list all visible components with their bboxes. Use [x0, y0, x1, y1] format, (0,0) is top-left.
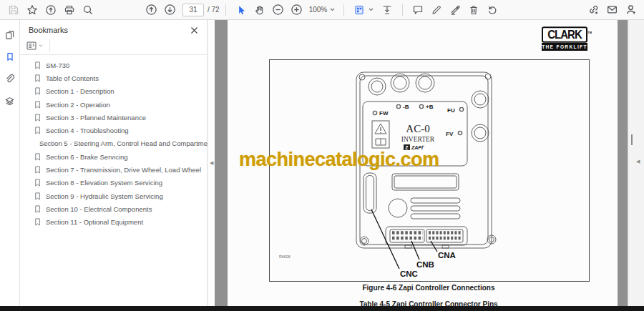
zoom-in-icon[interactable] — [288, 1, 306, 19]
page-count-label: / 72 — [208, 6, 220, 14]
terminal-fu-label: FU — [447, 107, 455, 114]
page-number-input[interactable] — [182, 4, 204, 16]
bookmark-icon — [34, 218, 41, 226]
connector-cna-label: CNA — [438, 251, 456, 260]
top-toolbar: / 72 100% — [0, 0, 644, 20]
toolbar-divider — [225, 4, 226, 16]
bookmark-item[interactable]: Section 10 - Electrical Components — [20, 202, 207, 215]
toolbar-account-group — [584, 1, 640, 19]
bookmark-item[interactable]: Section 3 - Planned Maintenance — [20, 111, 207, 124]
controller-model-label: AC-0 — [406, 123, 429, 134]
bookmarks-panel-icon[interactable] — [2, 49, 18, 64]
pdf-viewer-window: / 72 100% — [0, 0, 644, 311]
bookmarks-list: SM-730 Table of Contents Section 1 - Des… — [20, 59, 207, 229]
toolbar-annotate-group — [409, 1, 502, 19]
collapse-panel-icon[interactable]: ◀ — [210, 159, 215, 167]
zoom-out-icon[interactable] — [269, 1, 288, 19]
taskbar-edge — [0, 306, 644, 311]
bookmark-item[interactable]: Section 8 - Elevation System Servicing — [20, 177, 207, 189]
fit-width-icon[interactable] — [378, 1, 396, 19]
bookmark-item[interactable]: Section 1 - Description — [20, 85, 207, 98]
close-icon[interactable] — [190, 26, 198, 34]
bookmarks-options-row — [20, 37, 207, 55]
options-list-icon — [26, 41, 36, 50]
zapi-logo-reg: ® — [422, 144, 424, 148]
refresh-icon[interactable] — [483, 1, 502, 19]
bookmark-icon — [34, 205, 41, 213]
bookmark-item[interactable]: Section 11 - Optional Equipment — [20, 216, 207, 229]
clark-logo-box: CLARK TM — [542, 26, 587, 43]
toolbar-file-group — [4, 1, 97, 19]
sign-icon[interactable] — [446, 1, 464, 19]
pdf-page: CLARK TM THE FORKLIFT R6628 — [228, 20, 618, 311]
toolbar-divider — [343, 4, 344, 16]
bookmark-item[interactable]: Section 2 - Operation — [20, 98, 207, 111]
collapse-right-icon[interactable]: ◀ — [636, 159, 640, 164]
layers-icon[interactable] — [2, 94, 18, 108]
toolbar-nav-group: / 72 — [142, 1, 220, 19]
connector-cnb-label: CNB — [416, 260, 434, 269]
toolbar-divider — [402, 4, 403, 16]
bookmark-icon — [34, 192, 41, 200]
delete-icon[interactable] — [464, 1, 483, 19]
clark-brand: CLARK — [547, 28, 582, 41]
profile-icon[interactable] — [621, 1, 640, 19]
clark-logo: CLARK TM THE FORKLIFT — [542, 27, 587, 51]
clark-tagline: THE FORKLIFT — [542, 43, 587, 51]
figure-caption: Figure 4-6 Zapi Controller Connections — [269, 284, 588, 292]
toolbar-view-group — [350, 1, 396, 19]
vertical-scrollbar[interactable]: ◀ — [628, 20, 644, 311]
bookmark-item[interactable]: Section 6 - Brake Servicing — [20, 150, 207, 163]
next-page-icon[interactable] — [160, 1, 179, 19]
draw-icon[interactable] — [427, 1, 446, 19]
chevron-down-icon[interactable] — [369, 8, 374, 11]
main-body: Bookmarks SM-730 Table of Contents Secti… — [0, 20, 644, 311]
bookmark-item[interactable]: Table of Contents — [20, 71, 207, 84]
bookmark-icon — [34, 127, 41, 134]
bookmark-item[interactable]: Section 4 - Troubleshooting — [20, 124, 207, 137]
left-icon-rail — [0, 20, 20, 311]
zapi-controller-diagram: FW -B +B FU FV — [348, 64, 499, 278]
watermark-text: machinecatalogic.com — [239, 149, 439, 171]
bookmark-item[interactable]: Section 9 - Hydraulic System Servicing — [20, 189, 207, 202]
bookmark-icon — [34, 114, 41, 122]
bookmark-icon — [34, 179, 41, 187]
attachments-icon[interactable] — [2, 71, 18, 86]
bookmark-icon — [34, 61, 41, 69]
bookmark-icon — [34, 101, 41, 109]
panel-gutter: ◀ — [208, 20, 215, 311]
zoom-level-label: 100% — [309, 6, 328, 14]
bookmarks-header: Bookmarks — [20, 20, 207, 37]
chevron-down-icon — [39, 44, 43, 47]
hand-tool-icon[interactable] — [250, 1, 269, 19]
toolbar-tools-group: 100% — [232, 1, 338, 19]
terminal-fv-label: FV — [446, 131, 454, 137]
bookmark-item[interactable]: SM-730 — [20, 59, 207, 71]
drawing-reference: R6628 — [279, 255, 291, 259]
document-viewer: CLARK TM THE FORKLIFT R6628 — [215, 20, 644, 311]
terminal-fw-label: FW — [379, 110, 389, 117]
scrollbar-thumb[interactable] — [631, 134, 633, 145]
terminal-minus-b-label: -B — [403, 104, 409, 110]
bookmark-item[interactable]: Section 5 - Steering Arm, Control Head a… — [20, 137, 207, 150]
terminal-plus-b-label: +B — [426, 104, 434, 110]
print-icon[interactable] — [60, 1, 79, 19]
email-icon[interactable] — [602, 1, 621, 19]
share-icon[interactable] — [42, 1, 60, 19]
star-icon[interactable] — [23, 1, 42, 19]
bookmark-item[interactable]: Section 7 - Transmission, Drive Wheel, L… — [20, 163, 207, 176]
save-icon[interactable] — [4, 1, 23, 19]
share-link-icon[interactable] — [584, 1, 602, 19]
page-view-icon[interactable] — [350, 1, 369, 19]
clark-trademark: TM — [587, 26, 592, 39]
zoom-level-dropdown[interactable]: 100% — [309, 6, 336, 14]
bookmarks-title: Bookmarks — [29, 26, 68, 34]
options-divider — [49, 39, 50, 52]
bookmark-icon — [34, 153, 41, 161]
previous-page-icon[interactable] — [142, 1, 160, 19]
select-tool-icon[interactable] — [232, 1, 250, 19]
search-icon[interactable] — [79, 1, 97, 19]
bookmarks-options-button[interactable] — [26, 41, 43, 50]
comment-icon[interactable] — [409, 1, 427, 19]
page-thumbnails-icon[interactable] — [2, 27, 18, 41]
